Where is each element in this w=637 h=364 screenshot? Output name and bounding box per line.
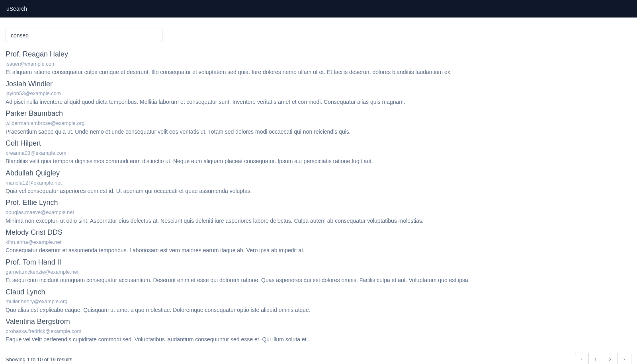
chevron-right-icon — [622, 357, 626, 361]
main-content: Prof. Reagan Haleylsauer@example.comEt a… — [0, 18, 637, 364]
result-item: Prof. Reagan Haleylsauer@example.comEt a… — [6, 49, 631, 77]
pagination-page-1[interactable]: 1 — [589, 353, 603, 364]
result-description: Praesentium saepe quia ut. Unde nemo et … — [6, 127, 631, 136]
result-description: Quo alias est explicabo eaque. Quisquam … — [6, 306, 631, 314]
result-name[interactable]: Prof. Tom Hand II — [6, 257, 631, 268]
pagination-page-2[interactable]: 2 — [603, 353, 617, 364]
result-item: Claud Lynchmuller.henry@example.orgQuo a… — [6, 286, 631, 315]
result-email: wilderman.ambrose@example.org — [6, 119, 631, 127]
result-name[interactable]: Prof. Reagan Haley — [6, 49, 631, 60]
result-email: lsauer@example.com — [6, 60, 631, 68]
result-item: Prof. Tom Hand IIgarnett.mckenzie@exampl… — [6, 257, 631, 285]
result-item: Josiah Windlerjaylon53@example.comAdipis… — [6, 78, 631, 107]
result-name[interactable]: Prof. Ettie Lynch — [6, 197, 631, 208]
result-description: Et sequi cum incidunt numquam consequatu… — [6, 276, 631, 284]
result-email: jaylon53@example.com — [6, 90, 631, 97]
result-email: garnett.mckenzie@example.net — [6, 268, 631, 276]
result-email: mariela12@example.net — [6, 179, 631, 187]
result-email: prohaska.fredrick@example.com — [6, 327, 631, 335]
result-item: Prof. Ettie Lynchdouglas.maeve@example.n… — [6, 197, 631, 225]
result-email: douglas.maeve@example.net — [6, 208, 631, 216]
result-name[interactable]: Claud Lynch — [6, 286, 631, 298]
pagination-controls: 1 2 — [575, 353, 631, 364]
navbar: uSearch — [0, 0, 637, 18]
result-name[interactable]: Colt Hilpert — [6, 138, 631, 149]
result-description: Quia vel consequatur asperiores eum est … — [6, 187, 631, 195]
brand-name[interactable]: uSearch — [6, 6, 27, 12]
result-item: Parker Baumbachwilderman.ambrose@example… — [6, 108, 631, 136]
result-description: Minima non excepturi ut odio sint. Asper… — [6, 216, 631, 225]
result-item: Abdullah Quigleymariela12@example.netQui… — [6, 167, 631, 196]
result-name[interactable]: Abdullah Quigley — [6, 167, 631, 179]
result-item: Melody Crist DDSkihn.anna@example.netCon… — [6, 227, 631, 255]
search-input[interactable] — [6, 29, 162, 42]
result-description: Adipisci nulla inventore aliquid quod di… — [6, 97, 631, 106]
result-description: Blanditiis velit quia tempora dignissimo… — [6, 157, 631, 165]
result-name[interactable]: Melody Crist DDS — [6, 227, 631, 238]
pagination-prev-button[interactable] — [575, 353, 589, 364]
result-name[interactable]: Josiah Windler — [6, 78, 631, 90]
result-item: Valentina Bergstromprohaska.fredrick@exa… — [6, 316, 631, 344]
result-email: muller.henry@example.org — [6, 298, 631, 306]
result-name[interactable]: Parker Baumbach — [6, 108, 631, 119]
pagination-info: Showing 1 to 10 of 19 results — [6, 356, 72, 362]
chevron-left-icon — [580, 357, 584, 361]
result-description: Consequatur deserunt et assumenda tempor… — [6, 246, 631, 255]
result-item: Colt Hilpertbreanna03@example.comBlandit… — [6, 138, 631, 166]
result-description: Et aliquam ratione consequatur culpa cum… — [6, 68, 631, 76]
pagination-row: Showing 1 to 10 of 19 results 1 2 — [6, 353, 631, 364]
results-list: Prof. Reagan Haleylsauer@example.comEt a… — [6, 49, 631, 344]
pagination-next-button[interactable] — [617, 353, 631, 364]
result-email: kihn.anna@example.net — [6, 238, 631, 246]
result-description: Eaque vel velit perferendis cupiditate c… — [6, 335, 631, 344]
result-name[interactable]: Valentina Bergstrom — [6, 316, 631, 327]
result-email: breanna03@example.com — [6, 149, 631, 157]
